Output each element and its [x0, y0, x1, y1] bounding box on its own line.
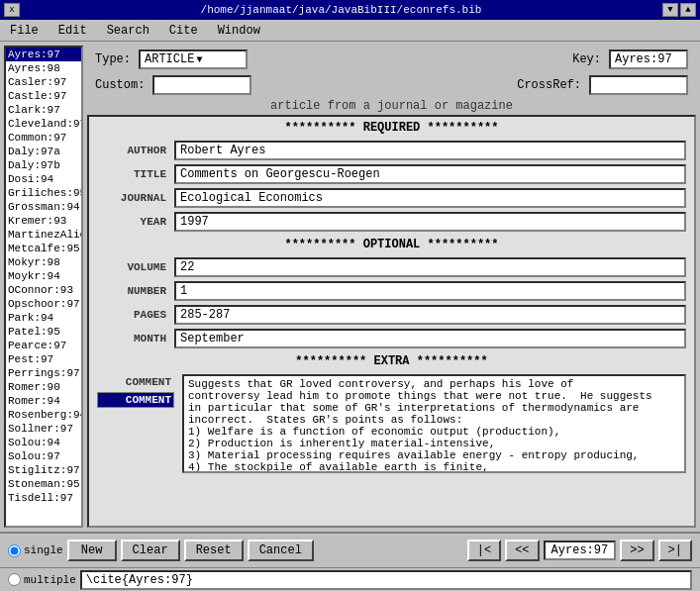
single-mode-text: single — [24, 544, 63, 556]
pages-label: PAGES — [97, 309, 166, 321]
menu-file[interactable]: File — [4, 23, 45, 39]
sidebar-item-27[interactable]: Sollner:97 — [6, 422, 81, 436]
bottom-buttons-row: single New Clear Reset Cancel |< << Ayre… — [0, 534, 700, 567]
sidebar-item-14[interactable]: Metcalfe:95 — [6, 242, 81, 255]
menu-bar: File Edit Search Cite Window — [0, 20, 700, 42]
menu-cite[interactable]: Cite — [163, 23, 204, 39]
sidebar-item-23[interactable]: Perrings:97 — [6, 366, 81, 380]
crossref-input[interactable] — [589, 75, 688, 95]
author-input[interactable] — [174, 141, 686, 160]
year-row: YEAR — [89, 210, 694, 234]
sidebar-item-7[interactable]: Daly:97a — [6, 145, 81, 158]
clear-button[interactable]: Clear — [121, 540, 180, 561]
main-container: Ayres:97 Ayres:98 Casler:97 Castle:97 Cl… — [0, 42, 700, 532]
sidebar-list[interactable]: Ayres:97 Ayres:98 Casler:97 Castle:97 Cl… — [4, 46, 83, 528]
optional-header: ********** OPTIONAL ********** — [89, 234, 694, 255]
sidebar-item-26[interactable]: Rosenberg:94 — [6, 408, 81, 422]
nav-next-button[interactable]: >> — [620, 540, 653, 561]
title-input[interactable] — [174, 164, 686, 184]
comment-label-0[interactable]: COMMENT — [97, 374, 174, 390]
sidebar-item-3[interactable]: Castle:97 — [6, 89, 81, 103]
sidebar-item-17[interactable]: OConnor:93 — [6, 283, 81, 297]
pages-input[interactable] — [174, 305, 686, 325]
comment-textarea[interactable] — [182, 374, 686, 473]
journal-input[interactable] — [174, 188, 686, 208]
sidebar-item-9[interactable]: Dosi:94 — [6, 172, 81, 186]
sidebar-item-12[interactable]: Kremer:93 — [6, 214, 81, 228]
sidebar-item-24[interactable]: Romer:90 — [6, 380, 81, 394]
author-row: AUTHOR — [89, 139, 694, 162]
bottom-bar: single New Clear Reset Cancel |< << Ayre… — [0, 532, 700, 591]
multiple-mode-text: multiple — [24, 574, 76, 586]
comment-area: COMMENT COMMENT — [89, 372, 694, 475]
sidebar-item-21[interactable]: Pearce:97 — [6, 339, 81, 352]
sidebar-item-25[interactable]: Romer:94 — [6, 394, 81, 408]
crossref-label: CrossRef: — [517, 78, 581, 92]
minimize-button[interactable]: ▼ — [662, 3, 678, 17]
sidebar-item-28[interactable]: Solou:94 — [6, 436, 81, 449]
sidebar-item-22[interactable]: Pest:97 — [6, 352, 81, 366]
required-header: ********** REQUIRED ********** — [89, 117, 694, 139]
sidebar-item-5[interactable]: Cleveland:97 — [6, 117, 81, 131]
sidebar-item-2[interactable]: Casler:97 — [6, 75, 81, 89]
sidebar-item-1[interactable]: Ayres:98 — [6, 61, 81, 75]
volume-input[interactable] — [174, 257, 686, 277]
sidebar-item-20[interactable]: Patel:95 — [6, 325, 81, 339]
single-radio[interactable] — [8, 544, 21, 557]
sidebar-item-15[interactable]: Mokyr:98 — [6, 255, 81, 269]
year-input[interactable] — [174, 212, 686, 232]
sidebar-item-29[interactable]: Solou:97 — [6, 449, 81, 463]
title-label: TITLE — [97, 168, 166, 180]
title-row: TITLE — [89, 162, 694, 186]
nav-last-button[interactable]: >| — [658, 540, 692, 561]
sidebar-item-16[interactable]: Moykr:94 — [6, 269, 81, 283]
sidebar-item-19[interactable]: Park:94 — [6, 311, 81, 325]
key-input[interactable] — [609, 49, 688, 69]
nav-first-button[interactable]: |< — [467, 540, 501, 561]
cite-input[interactable] — [80, 570, 692, 590]
custom-label: Custom: — [95, 78, 145, 92]
cancel-button[interactable]: Cancel — [248, 540, 314, 561]
multiple-radio[interactable] — [8, 573, 21, 586]
extra-header: ********** EXTRA ********** — [89, 350, 694, 372]
sidebar-item-31[interactable]: Stoneman:95 — [6, 477, 81, 491]
journal-label: JOURNAL — [97, 192, 166, 204]
multiple-mode-label[interactable]: multiple — [8, 573, 76, 586]
comment-label-1[interactable]: COMMENT — [97, 392, 174, 408]
sidebar-item-11[interactable]: Grossman:94 — [6, 200, 81, 214]
custom-input[interactable] — [152, 75, 251, 95]
type-key-row: Type: ARTICLE ▼ Key: — [87, 46, 696, 73]
sidebar-item-10[interactable]: Griliches:95 — [6, 186, 81, 200]
dropdown-arrow-icon: ▼ — [196, 54, 242, 65]
number-input[interactable] — [174, 281, 686, 301]
month-input[interactable] — [174, 329, 686, 348]
single-mode-label[interactable]: single — [8, 544, 63, 557]
key-display: Ayres:97 — [544, 541, 617, 560]
content-area: Type: ARTICLE ▼ Key: Custom: CrossRef: a… — [87, 46, 696, 528]
nav-prev-button[interactable]: << — [505, 540, 539, 561]
number-row: NUMBER — [89, 279, 694, 303]
sidebar-item-0[interactable]: Ayres:97 — [6, 48, 81, 61]
sidebar-item-4[interactable]: Clark:97 — [6, 103, 81, 117]
year-label: YEAR — [97, 216, 166, 228]
reset-button[interactable]: Reset — [184, 540, 244, 561]
menu-window[interactable]: Window — [212, 23, 266, 39]
new-button[interactable]: New — [67, 540, 117, 561]
sidebar-item-30[interactable]: Stiglitz:97 — [6, 463, 81, 477]
key-label: Key: — [572, 52, 601, 66]
sidebar-item-6[interactable]: Common:97 — [6, 131, 81, 145]
number-label: NUMBER — [97, 285, 166, 297]
sidebar-item-13[interactable]: MartinezAlier:9 — [6, 228, 81, 242]
cite-bar: multiple — [0, 567, 700, 591]
close-button[interactable]: x — [4, 3, 20, 17]
month-label: MONTH — [97, 333, 166, 345]
sidebar-item-18[interactable]: Opschoor:97 — [6, 297, 81, 311]
maximize-button[interactable]: ▲ — [680, 3, 696, 17]
form-area: ********** REQUIRED ********** AUTHOR TI… — [87, 115, 696, 528]
sidebar-item-32[interactable]: Tisdell:97 — [6, 491, 81, 505]
menu-search[interactable]: Search — [101, 23, 155, 39]
type-select-wrapper[interactable]: ARTICLE ▼ — [139, 49, 248, 69]
sidebar-item-8[interactable]: Daly:97b — [6, 158, 81, 172]
pages-row: PAGES — [89, 303, 694, 327]
menu-edit[interactable]: Edit — [52, 23, 93, 39]
